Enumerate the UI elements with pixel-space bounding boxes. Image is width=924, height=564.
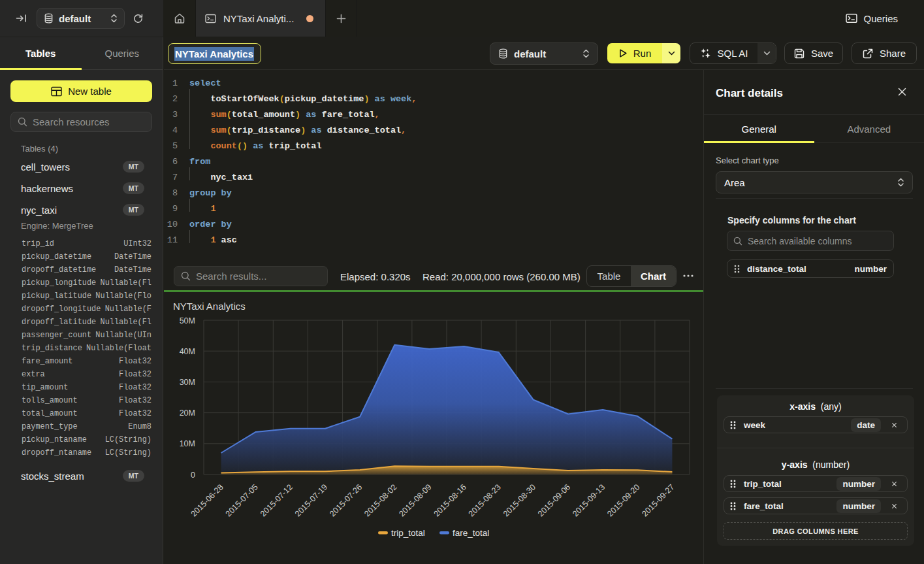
svg-text:2015-06-28: 2015-06-28 [189, 482, 225, 518]
svg-text:2015-09-20: 2015-09-20 [605, 482, 641, 518]
svg-text:2015-07-19: 2015-07-19 [293, 482, 329, 518]
svg-text:30M: 30M [180, 378, 195, 387]
svg-text:2015-09-06: 2015-09-06 [536, 482, 572, 518]
svg-text:40M: 40M [180, 347, 195, 356]
svg-text:2015-07-05: 2015-07-05 [224, 482, 260, 518]
svg-text:2015-07-12: 2015-07-12 [259, 482, 295, 518]
svg-text:2015-08-16: 2015-08-16 [432, 482, 468, 518]
svg-text:2015-07-26: 2015-07-26 [328, 482, 364, 518]
svg-text:NYTaxi Analytics: NYTaxi Analytics [173, 301, 246, 312]
svg-text:0: 0 [191, 471, 195, 480]
svg-text:2015-08-09: 2015-08-09 [397, 482, 433, 518]
svg-text:20M: 20M [180, 408, 195, 418]
svg-text:fare_total: fare_total [453, 528, 489, 538]
svg-text:10M: 10M [180, 439, 195, 448]
svg-text:2015-09-13: 2015-09-13 [571, 482, 607, 518]
svg-text:trip_total: trip_total [391, 528, 425, 538]
svg-text:2015-08-02: 2015-08-02 [362, 482, 398, 518]
svg-text:50M: 50M [180, 316, 195, 325]
svg-text:2015-08-23: 2015-08-23 [467, 482, 503, 518]
svg-text:2015-08-30: 2015-08-30 [502, 482, 537, 518]
svg-text:2015-09-27: 2015-09-27 [640, 482, 676, 518]
